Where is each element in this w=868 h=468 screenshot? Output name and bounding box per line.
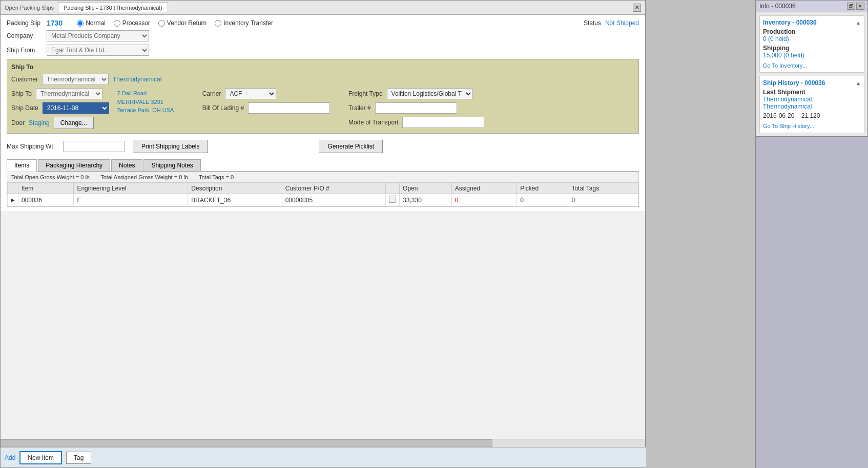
ship-to-select[interactable]: Thermodynamical bbox=[36, 88, 102, 99]
row-checkbox-cell bbox=[386, 194, 400, 206]
status-label: Status bbox=[584, 19, 601, 27]
active-tab-title[interactable]: Packing Slip - 1730 (Thermodynamical) bbox=[58, 3, 168, 12]
customer-label: Customer bbox=[11, 76, 38, 83]
table-row[interactable]: ▶ 000036 E BRACKET_36 00000005 33,330 0 … bbox=[8, 194, 638, 206]
max-shipping-row: Max Shipping Wt. Print Shipping Labels G… bbox=[7, 136, 639, 157]
ship-from-select[interactable]: Egar Tool & Die Ltd. bbox=[47, 45, 149, 56]
mode-transport-label: Mode of Transport bbox=[348, 119, 398, 126]
tab-notes[interactable]: Notes bbox=[111, 159, 142, 171]
items-table: Item Engineering Level Description Custo… bbox=[7, 183, 638, 206]
go-to-ship-history-link[interactable]: Go To Ship History... bbox=[763, 123, 814, 129]
shipping-label: Shipping bbox=[763, 45, 861, 52]
status-value: Not Shipped bbox=[605, 19, 639, 27]
ship-to-detail-row: Ship To Thermodynamical Ship Date 2016-1… bbox=[11, 88, 634, 129]
ship-history-section-header: Ship History - 000036 ▲ bbox=[763, 79, 861, 87]
inventory-section: Inventory - 000036 ▲ Production 0 (0 hel… bbox=[759, 15, 864, 73]
add-button[interactable]: Add bbox=[5, 454, 15, 461]
tab-items[interactable]: Items bbox=[7, 159, 37, 172]
info-window: Info - 000036 🗗 ✕ Inventory - 000036 ▲ P… bbox=[756, 0, 868, 137]
inventory-title: Inventory - 000036 bbox=[763, 19, 817, 26]
ship-history-ship-to: Thermodynamical bbox=[763, 103, 861, 110]
radio-normal[interactable]: Normal bbox=[77, 19, 106, 27]
mode-transport-input[interactable] bbox=[402, 117, 484, 128]
max-shipping-label: Max Shipping Wt. bbox=[7, 143, 55, 150]
customer-select[interactable]: Thermodynamical bbox=[42, 74, 109, 85]
inventory-section-header: Inventory - 000036 ▲ bbox=[763, 19, 861, 26]
close-button[interactable]: ✕ bbox=[633, 4, 641, 12]
radio-processor[interactable]: Processor bbox=[114, 19, 150, 27]
carrier-select[interactable]: ACF bbox=[225, 88, 276, 99]
trailer-row: Trailer # bbox=[348, 102, 484, 114]
col-assigned: Assigned bbox=[451, 183, 516, 194]
last-shipment-label: Last Shipment bbox=[763, 89, 861, 96]
col-description: Description bbox=[188, 183, 282, 194]
bill-lading-input[interactable] bbox=[248, 102, 330, 114]
customer-row: Customer Thermodynamical Thermodynamical bbox=[11, 74, 634, 85]
ship-history-quantity: 21,120 bbox=[801, 112, 820, 119]
main-window: Open Packing Slips Packing Slip - 1730 (… bbox=[0, 0, 646, 468]
bill-lading-label: Bill Of Lading # bbox=[202, 104, 244, 112]
col-picked: Picked bbox=[517, 183, 568, 194]
ship-from-row: Ship From Egar Tool & Die Ltd. bbox=[7, 45, 639, 56]
max-shipping-input[interactable] bbox=[63, 141, 125, 152]
col-item: Item bbox=[18, 183, 74, 194]
bottom-bar: Add New Item Tag bbox=[1, 447, 646, 467]
radio-vendor-return[interactable]: Vendor Return bbox=[158, 19, 206, 27]
generate-picklist-button[interactable]: Generate Picklist bbox=[319, 140, 383, 153]
tab-shipping-notes[interactable]: Shipping Notes bbox=[143, 159, 200, 171]
ship-history-customer: Thermodynamical bbox=[763, 96, 861, 103]
inventory-collapse-button[interactable]: ▲ bbox=[856, 20, 861, 26]
row-assigned: 0 bbox=[451, 194, 516, 206]
items-section: Total Open Gross Weight = 0 lb Total Ass… bbox=[7, 172, 639, 207]
status-area: Status Not Shipped bbox=[584, 19, 639, 27]
ship-history-collapse-button[interactable]: ▲ bbox=[856, 80, 861, 86]
horizontal-scrollbar[interactable] bbox=[1, 439, 645, 447]
assigned-gross-weight: Total Assigned Gross Weight = 0 lb bbox=[100, 174, 188, 180]
totals-bar: Total Open Gross Weight = 0 lb Total Ass… bbox=[7, 172, 638, 183]
company-row: Company Metal Products Company bbox=[7, 30, 639, 41]
title-bar: Open Packing Slips Packing Slip - 1730 (… bbox=[1, 1, 645, 15]
info-restore-button[interactable]: 🗗 bbox=[847, 3, 855, 10]
company-select[interactable]: Metal Products Company bbox=[47, 30, 149, 41]
freight-type-select[interactable]: Volition Logistics/Global T bbox=[387, 88, 473, 99]
col-total-tags: Total Tags bbox=[568, 183, 638, 194]
row-picked: 0 bbox=[517, 194, 568, 206]
print-shipping-labels-button[interactable]: Print Shipping Labels bbox=[133, 140, 208, 153]
go-to-inventory-link[interactable]: Go To Inventory... bbox=[763, 62, 807, 69]
ship-date-select[interactable]: 2016-11-08 bbox=[43, 102, 109, 114]
ship-history-date: 2016-06-20 bbox=[763, 112, 794, 119]
open-packing-slips-label: Open Packing Slips bbox=[5, 5, 54, 11]
bill-lading-row: Bill Of Lading # bbox=[202, 102, 330, 114]
ship-history-date-qty: 2016-06-20 21,120 bbox=[763, 112, 861, 119]
info-close-button[interactable]: ✕ bbox=[856, 3, 864, 10]
ship-to-header: Ship To bbox=[11, 63, 634, 71]
address-block: 7 Dali Road MERRIVALE 3291 Terrace Park,… bbox=[117, 89, 184, 115]
tag-button[interactable]: Tag bbox=[66, 452, 91, 464]
door-label: Door bbox=[11, 119, 25, 126]
door-value: Staging bbox=[29, 119, 50, 126]
tab-bar: Items Packaging Hierarchy Notes Shipping… bbox=[7, 159, 639, 172]
tab-packaging-hierarchy[interactable]: Packaging Hierarchy bbox=[38, 159, 110, 171]
col-open: Open bbox=[400, 183, 452, 194]
change-button[interactable]: Change... bbox=[54, 117, 94, 129]
door-row: Door Staging Change... bbox=[11, 117, 109, 129]
new-item-button[interactable]: New Item bbox=[19, 451, 62, 464]
ship-history-section: Ship History - 000036 ▲ Last Shipment Th… bbox=[759, 76, 864, 133]
col-arrow bbox=[8, 183, 18, 194]
open-gross-weight: Total Open Gross Weight = 0 lb bbox=[11, 174, 90, 180]
trailer-input[interactable] bbox=[375, 102, 457, 114]
row-checkbox[interactable] bbox=[389, 196, 396, 203]
shipping-value: 15,000 (0 held) bbox=[763, 52, 861, 59]
carrier-row: Carrier ACF bbox=[202, 88, 330, 99]
radio-group: Normal Processor Vendor Return Inventory… bbox=[77, 19, 273, 27]
info-title-buttons: 🗗 ✕ bbox=[847, 3, 864, 10]
packing-slip-label: Packing Slip bbox=[7, 19, 43, 27]
row-open: 33,330 bbox=[400, 194, 452, 206]
ship-history-title: Ship History - 000036 bbox=[763, 79, 825, 87]
radio-inventory-transfer[interactable]: Inventory Transfer bbox=[215, 19, 273, 27]
row-expand-arrow[interactable]: ▶ bbox=[8, 194, 18, 206]
production-label: Production bbox=[763, 28, 861, 35]
mode-transport-row: Mode of Transport bbox=[348, 117, 484, 128]
scroll-thumb[interactable] bbox=[1, 439, 492, 447]
packing-slip-row: Packing Slip 1730 Normal Processor Vendo… bbox=[7, 19, 639, 27]
